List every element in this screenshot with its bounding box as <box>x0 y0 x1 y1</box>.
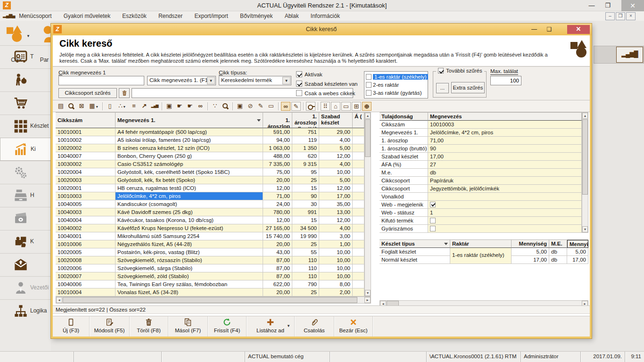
cell-brutto[interactable]: 991 <box>292 208 319 216</box>
cell-megnevezes[interactable]: Vonalas füzet, A5 (34-28) <box>116 288 263 296</box>
cell-megnevezes[interactable]: Postairón, kék-piros, vastag (Blitz) <box>116 248 263 256</box>
separator[interactable] <box>318 102 318 110</box>
cell-megnevezes[interactable]: Casio CS3512 számológép <box>116 160 263 168</box>
chevron-down-icon[interactable]: ▼ <box>287 324 290 328</box>
cell-aroszlop[interactable]: 87,00 <box>263 264 292 272</box>
table-row[interactable]: 10040001 Mikrohullámú sütő Samsung 2254 … <box>56 232 364 240</box>
cell-szabad[interactable]: 35,00 <box>319 200 353 208</box>
link-icon[interactable] <box>246 102 255 111</box>
cell-afa-partial[interactable] <box>353 184 364 192</box>
menu-bovitmenyek[interactable]: Bővítmények <box>235 11 278 19</box>
table-row[interactable]: 10040004 Kávécukor, tasakos (Korona, 10 … <box>56 216 364 224</box>
clear-group-filter-button[interactable] <box>119 88 130 98</box>
table-view-icon[interactable] <box>87 102 100 111</box>
masol-button[interactable]: Másol (F7) <box>168 316 208 337</box>
cell-brutto[interactable]: 110 <box>292 256 319 264</box>
cell-szabad[interactable]: 10,00 <box>319 264 353 272</box>
search-icon[interactable] <box>221 102 230 111</box>
frissit-button[interactable]: Frissít (F4) <box>208 316 247 337</box>
cell-cikkszam[interactable]: 10020002 <box>56 144 116 152</box>
cell-afa-partial[interactable] <box>353 216 364 224</box>
cell-megnevezes[interactable]: A5 iskolai írólap, famentes (20 lap/csg) <box>116 136 263 144</box>
cell-cikkszam[interactable]: 10040002 <box>56 224 116 232</box>
chevron-down-icon[interactable]: ▼ <box>207 77 215 84</box>
hierarchy-icon[interactable] <box>116 102 128 111</box>
cell-brutto[interactable]: 34 500 <box>292 224 319 232</box>
cell-aroszlop[interactable]: 87,00 <box>263 256 292 264</box>
cell-brutto[interactable]: 25 <box>292 240 319 248</box>
cell-afa-partial[interactable] <box>353 280 364 288</box>
grid-view-icon[interactable] <box>321 102 330 111</box>
cell-aroszlop[interactable]: 94,00 <box>263 136 292 144</box>
column-header-mennyiseg[interactable]: Mennyiség <box>512 240 549 248</box>
warehouse-option-2[interactable]: 2-es raktár <box>366 81 426 89</box>
menu-rendszer[interactable]: Rendszer <box>153 11 188 19</box>
mdi-close-button[interactable]: × <box>626 12 636 20</box>
csatolas-button[interactable]: Csatolás <box>295 316 334 337</box>
cell-aroszlop[interactable]: 622,00 <box>263 280 292 288</box>
cell-afa-partial[interactable] <box>353 168 364 176</box>
webes-cikkek-checkbox[interactable]: Csak a webes cikkek <box>296 90 355 96</box>
scroll-left-icon[interactable]: ◂ <box>56 297 62 303</box>
clipboard-icon[interactable] <box>235 102 245 111</box>
cell-szabad[interactable]: 4,00 <box>319 224 353 232</box>
table-row[interactable]: 10010003 Jelölőcímke, 4*2 cm, piros 71,0… <box>56 192 364 200</box>
cell-aroszlop[interactable]: 1 063,00 <box>263 144 292 152</box>
dialog-minimize-button[interactable]: — <box>528 25 541 34</box>
column-header-aroszlop[interactable]: 1. ároszlop <box>263 113 292 128</box>
chevron-down-icon[interactable]: ▼ <box>282 77 290 84</box>
cell-megnevezes[interactable]: Szövegkiemelő, rózsaszín (Stabilo) <box>116 256 263 264</box>
cell-szabad[interactable]: 3,00 <box>319 232 353 240</box>
column-header-cikkszam[interactable]: Cikkszám <box>56 113 116 128</box>
cell-brutto[interactable]: 25 <box>292 288 319 296</box>
search-icon[interactable] <box>66 102 76 111</box>
cell-cikkszam[interactable]: 10010004 <box>56 288 116 296</box>
table-row[interactable]: 10010004 Vonalas füzet, A5 (34-28) 20,00… <box>56 288 364 296</box>
cell-afa-partial[interactable] <box>353 248 364 256</box>
cell-afa-partial[interactable] <box>353 136 364 144</box>
column-header-megnevezes[interactable]: Megnevezés <box>428 113 582 121</box>
cell-megnevezes[interactable]: B színes ceruza készlet, 12 szín (ICO) <box>116 144 263 152</box>
cell-megnevezes[interactable]: Bonbon, Cherry Queen (250 g) <box>116 152 263 160</box>
bezar-button[interactable]: Bezár (Esc) <box>334 316 373 337</box>
cell-aroszlop[interactable]: 20,00 <box>263 176 292 184</box>
cell-brutto[interactable]: 1 350 <box>292 144 319 152</box>
cell-brutto[interactable]: 90 <box>292 192 319 200</box>
cell-szabad[interactable]: 17,00 <box>319 192 353 200</box>
cell-cikkszam[interactable]: 10040007 <box>56 152 116 160</box>
cell-afa-partial[interactable] <box>353 144 364 152</box>
cell-brutto[interactable]: 15 <box>292 216 319 224</box>
cell-afa-partial[interactable] <box>353 208 364 216</box>
cell-szabad[interactable]: 2,00 <box>319 288 353 296</box>
cell-aroszlop[interactable]: 591,00 <box>263 128 292 136</box>
scroll-right-icon[interactable]: ▸ <box>364 297 371 303</box>
cell-szabad[interactable]: 12,00 <box>319 152 353 160</box>
cell-szabad[interactable]: 4,00 <box>319 136 353 144</box>
hand-icon[interactable] <box>185 102 195 111</box>
scroll-down-icon[interactable]: ▾ <box>582 226 588 232</box>
table-row[interactable]: 10020003 Golyóstoll, kék, fix betét (Spo… <box>56 176 364 184</box>
table-row[interactable]: 10040007 Bonbon, Cherry Queen (250 g) 48… <box>56 152 364 160</box>
tovabbi-szures-checkbox[interactable]: További szűrés <box>436 68 484 74</box>
sidebar-item-kimutatasok[interactable]: Ki <box>0 138 51 161</box>
scroll-up-icon[interactable]: ▴ <box>582 113 588 119</box>
chart-line-icon[interactable] <box>140 102 149 111</box>
card-icon[interactable] <box>266 102 276 111</box>
hand-icon[interactable] <box>175 102 184 111</box>
table-row[interactable]: 10030002 Casio CS3512 számológép 7 335,0… <box>56 160 364 168</box>
cell-brutto[interactable]: 55 <box>292 248 319 256</box>
cell-aroszlop[interactable]: 780,00 <box>263 208 292 216</box>
cell-szabad[interactable]: 10,00 <box>319 272 353 280</box>
sidebar-item-ertekesites[interactable] <box>0 91 51 115</box>
separator[interactable] <box>278 102 279 110</box>
cell-cikkszam[interactable]: 10020008 <box>56 256 116 264</box>
column-header-tulajdonsag[interactable]: Tulajdonság <box>380 113 428 121</box>
cell-cikkszam[interactable]: 10020001 <box>56 184 116 192</box>
chart-report-button[interactable]: ▂▄▆█ <box>616 47 643 63</box>
extra-szures-button[interactable]: Extra szűrés <box>451 82 485 93</box>
property-grid-vscrollbar[interactable]: ▴ ▾ <box>582 112 588 233</box>
cell-megnevezes[interactable]: Jelölőcímke, 4*2 cm, piros <box>116 192 263 200</box>
cell-cikkszam[interactable]: 10040006 <box>56 280 116 288</box>
cell-megnevezes[interactable]: Szövegkiemelő, sárga (Stabilo) <box>116 264 263 272</box>
cell-cikkszam[interactable]: 10040001 <box>56 232 116 240</box>
